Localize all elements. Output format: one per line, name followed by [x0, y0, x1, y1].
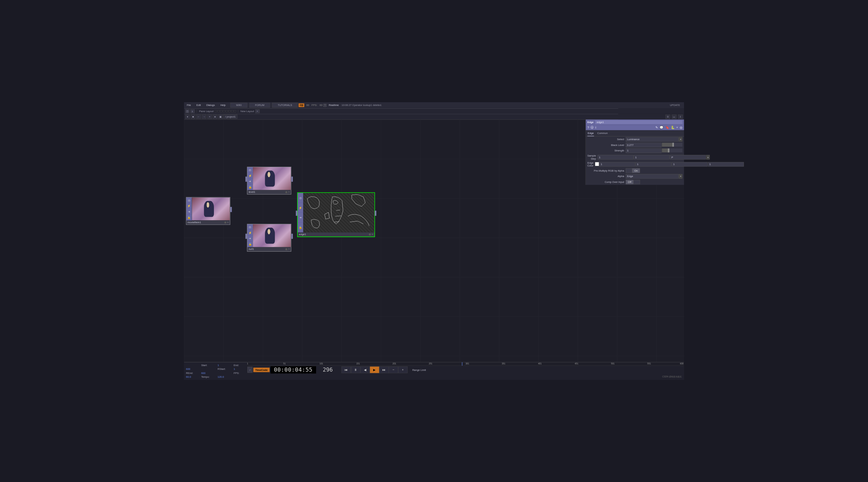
- ruler[interactable]: 1 51 101 151 201 251 301 351 401 451 501…: [247, 362, 684, 366]
- add-param-icon[interactable]: +: [676, 125, 678, 129]
- lock-icon[interactable]: 🔓: [247, 241, 253, 247]
- pane-layout-label[interactable]: Pane Layout: [199, 110, 214, 113]
- range-limit-label[interactable]: Range Limit: [412, 368, 426, 371]
- node-edge1[interactable]: ◎ ⚡ ➜ 🔓: [297, 192, 375, 237]
- dropdown-arrow-icon[interactable]: ▾: [706, 155, 710, 159]
- bypass-icon[interactable]: ⚡: [298, 203, 303, 213]
- wiki-button[interactable]: WIKI: [230, 103, 247, 108]
- node-add-icon[interactable]: +: [372, 233, 373, 236]
- layout-preset-1[interactable]: [215, 110, 217, 112]
- zero-button[interactable]: 0: [665, 115, 670, 119]
- tutorials-button[interactable]: TUTORIALS: [272, 103, 298, 108]
- sample-step-x[interactable]: [598, 155, 634, 159]
- sample-step-unit[interactable]: [670, 155, 706, 159]
- start-value[interactable]: 1: [218, 364, 231, 367]
- python-icon[interactable]: 🐍: [671, 125, 675, 129]
- tempo-value[interactable]: 120.0: [218, 375, 231, 378]
- activate-icon[interactable]: ➜: [298, 213, 303, 223]
- tab-edge[interactable]: Edge: [587, 131, 594, 136]
- black-level-field[interactable]: [626, 143, 662, 147]
- pause-button[interactable]: ⏸: [351, 366, 361, 373]
- edge-color-b[interactable]: [672, 162, 708, 166]
- add-icon[interactable]: +: [207, 115, 212, 119]
- tab-common[interactable]: Common: [597, 131, 608, 136]
- layout-preset-3[interactable]: [220, 110, 222, 112]
- forward-end-button[interactable]: ⏭: [379, 366, 389, 373]
- minus-button[interactable]: −: [389, 366, 398, 373]
- slash-button[interactable]: /: [247, 367, 253, 373]
- node-add-icon[interactable]: +: [288, 191, 289, 194]
- lock-icon[interactable]: 🔓: [186, 215, 192, 220]
- play-reverse-button[interactable]: ◀: [360, 366, 370, 373]
- new-layout-add[interactable]: +: [255, 109, 260, 113]
- stop-icon[interactable]: ■: [191, 115, 195, 119]
- playhead[interactable]: [462, 362, 462, 366]
- timecode-display[interactable]: 00:00:04:55: [270, 366, 316, 373]
- layout-icon2[interactable]: ⤓: [190, 109, 195, 113]
- menu-file[interactable]: File: [184, 103, 193, 108]
- node-null1[interactable]: ◎ ⚡ ➜ 🔓 null1 +: [247, 224, 291, 252]
- layout-preset-2[interactable]: [217, 110, 220, 112]
- color-swatch[interactable]: [595, 162, 599, 166]
- viewer-icon[interactable]: ◎: [186, 198, 192, 203]
- lock-icon[interactable]: 🔓: [298, 223, 303, 232]
- dropdown-arrow-icon[interactable]: ▾: [679, 174, 682, 178]
- node-level1[interactable]: ◎ ⚡ ➜ 🔓 level1 +: [247, 167, 291, 195]
- layout-preset-6[interactable]: [228, 110, 231, 112]
- new-layout-label[interactable]: New Layout: [241, 110, 254, 113]
- edge-color-g[interactable]: [636, 162, 672, 166]
- update-button[interactable]: UPDATE: [670, 104, 680, 107]
- viewer-icon[interactable]: ◎: [247, 167, 253, 173]
- back-icon[interactable]: ←: [196, 115, 201, 119]
- black-level-slider[interactable]: [662, 143, 682, 147]
- end-value[interactable]: 600: [186, 367, 199, 371]
- output-connector[interactable]: [230, 207, 232, 212]
- activate-icon[interactable]: ➜: [247, 178, 253, 184]
- strength-slider[interactable]: [662, 148, 682, 152]
- layout-preset-4[interactable]: [223, 110, 225, 112]
- op-name-field[interactable]: edge1: [595, 120, 682, 124]
- alpha-dropdown[interactable]: [626, 174, 678, 178]
- realtime-checkbox[interactable]: ×: [324, 104, 326, 107]
- menu-help[interactable]: Help: [218, 103, 229, 108]
- rewind-button[interactable]: ⏮: [341, 366, 351, 373]
- layout-icon1[interactable]: ◫: [185, 109, 190, 113]
- activate-icon[interactable]: ➜: [186, 209, 192, 215]
- path-field[interactable]: / project1: [223, 115, 238, 119]
- output-connector[interactable]: [291, 177, 293, 182]
- rstart-value[interactable]: 1: [234, 367, 245, 371]
- help-op-icon[interactable]: 🛈: [591, 126, 594, 129]
- viewer-icon[interactable]: ◎: [298, 193, 303, 203]
- strength-field[interactable]: [626, 148, 662, 153]
- comment-icon[interactable]: 💬: [660, 125, 664, 129]
- plus-button[interactable]: +: [398, 366, 408, 373]
- select-dropdown[interactable]: [626, 137, 678, 142]
- node-add-icon[interactable]: +: [227, 221, 229, 224]
- pin-icon[interactable]: ⇩: [678, 115, 683, 119]
- dropdown-arrow-icon[interactable]: ▾: [679, 137, 682, 142]
- rend-value[interactable]: 600: [201, 372, 215, 375]
- menu-edit[interactable]: Edit: [194, 103, 204, 108]
- edge-color-a[interactable]: [708, 162, 744, 166]
- timeline-track[interactable]: 1 51 101 151 201 251 301 351 401 451 501…: [247, 362, 684, 380]
- activate-icon[interactable]: ➜: [247, 236, 253, 241]
- fps-value[interactable]: 60.0: [186, 375, 199, 378]
- play-button[interactable]: ▶: [370, 366, 379, 373]
- layout-preset-7[interactable]: [231, 110, 233, 112]
- forward-icon[interactable]: →: [202, 115, 206, 119]
- node-moviefilein1[interactable]: ◎ ⚡ ➜ 🔓 moviefilein1 +: [186, 197, 230, 225]
- maximize-icon[interactable]: ▭: [672, 115, 677, 119]
- output-connector[interactable]: [291, 234, 293, 239]
- info-icon[interactable]: i: [595, 126, 596, 129]
- sample-step-y[interactable]: [634, 155, 670, 159]
- folder-icon[interactable]: ▣: [218, 115, 223, 119]
- edit-icon[interactable]: ✎: [655, 125, 658, 129]
- dropdown-icon[interactable]: ▾: [185, 115, 190, 119]
- bypass-icon[interactable]: ⚡: [247, 173, 253, 179]
- viewer-icon[interactable]: ◎: [247, 224, 253, 230]
- layout-preset-8[interactable]: [234, 110, 236, 112]
- edge-color-r[interactable]: [599, 162, 635, 166]
- input-connector[interactable]: [296, 211, 298, 216]
- help-icon[interactable]: ?: [587, 126, 589, 129]
- premult-toggle[interactable]: On: [626, 168, 640, 173]
